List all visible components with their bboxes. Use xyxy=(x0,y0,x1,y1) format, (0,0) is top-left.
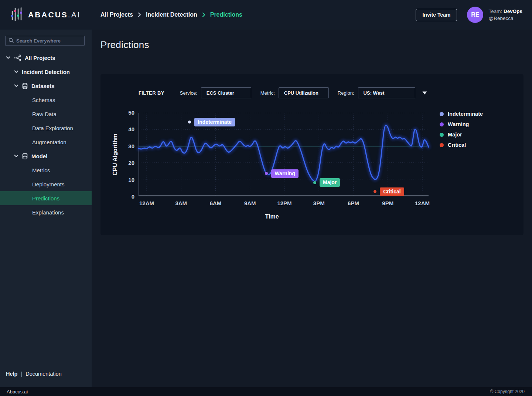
copyright-text: © Copyright 2020 xyxy=(490,389,525,394)
sidebar-footer-links: Help | Documentation xyxy=(6,371,62,377)
filter-by-label: FILTER BY xyxy=(139,90,164,96)
sidebar-item-label: Predictions xyxy=(32,195,59,202)
sidebar-item-label: Raw Data xyxy=(32,111,57,117)
breadcrumb: All Projects Incident Detection Predicti… xyxy=(100,11,242,18)
sidebar-item-label: Metrics xyxy=(32,167,50,173)
sidebar-item-label: Incident Detection xyxy=(22,69,70,75)
y-tick: 10 xyxy=(128,177,134,183)
sidebar-item-model[interactable]: Model xyxy=(0,149,92,163)
legend-label: Indeterminate xyxy=(448,111,483,117)
breadcrumb-item-incident-detection[interactable]: Incident Detection xyxy=(146,11,197,18)
app-footer: Abacus.ai © Copyright 2020 xyxy=(0,387,532,396)
sidebar-item-raw-data[interactable]: Raw Data xyxy=(0,107,92,121)
legend-dot xyxy=(440,133,444,137)
legend-label: Warning xyxy=(448,121,469,127)
sidebar-item-metrics[interactable]: Metrics xyxy=(0,163,92,177)
x-tick: 3PM xyxy=(313,200,325,206)
annotation-indeterminate: Indeterminate xyxy=(188,118,235,126)
region-select[interactable]: US: West xyxy=(358,87,415,98)
warning-marker-dot xyxy=(265,172,268,175)
sidebar-item-label: Schemas xyxy=(32,97,55,103)
x-tick: 3AM xyxy=(175,200,187,206)
search-box xyxy=(5,36,85,46)
chevron-down-icon xyxy=(14,155,18,158)
sidebar-item-label: Augmentation xyxy=(32,139,66,145)
breadcrumb-item-predictions[interactable]: Predictions xyxy=(210,11,242,18)
database-icon xyxy=(22,153,28,159)
metric-select[interactable]: CPU Utilization xyxy=(279,87,329,98)
chevron-right-icon xyxy=(138,12,141,17)
chevron-right-icon xyxy=(202,12,205,17)
search-input[interactable] xyxy=(16,38,81,44)
sidebar-item-predictions[interactable]: Predictions xyxy=(0,191,92,205)
sidebar-item-label: All Projects xyxy=(25,55,55,61)
x-tick: 12AM xyxy=(415,200,430,206)
search-icon xyxy=(8,38,14,44)
y-tick: 0 xyxy=(132,193,134,200)
app-header: ABACUS.AI All Projects Incident Detectio… xyxy=(0,0,532,30)
annotation-warning: Warning xyxy=(265,169,298,178)
sidebar-item-label: Data Exploration xyxy=(32,125,73,131)
indeterminate-marker-dot xyxy=(188,121,191,123)
team-label: Team: xyxy=(488,9,502,14)
critical-marker-dot xyxy=(374,190,376,193)
chart-legend: Indeterminate Warning Major Critical xyxy=(440,111,483,148)
sidebar-item-deployments[interactable]: Deployments xyxy=(0,177,92,191)
predictions-chart-panel: FILTER BY Service: ECS Cluster Metric: C… xyxy=(100,74,524,235)
warning-chip: Warning xyxy=(271,169,298,178)
page-title: Predictions xyxy=(100,39,149,51)
avatar[interactable]: RE xyxy=(467,7,483,23)
help-link[interactable]: Help xyxy=(6,371,17,377)
legend-item-critical[interactable]: Critical xyxy=(440,142,483,148)
breadcrumb-item-all-projects[interactable]: All Projects xyxy=(100,11,133,18)
sidebar-item-augmentation[interactable]: Augmentation xyxy=(0,135,92,149)
service-label: Service: xyxy=(180,90,197,96)
chevron-down-icon xyxy=(14,84,18,87)
sidebar-item-schemas[interactable]: Schemas xyxy=(0,93,92,107)
documentation-link[interactable]: Documentation xyxy=(25,371,62,377)
sidebar-item-explanations[interactable]: Explanations xyxy=(0,205,92,219)
divider: | xyxy=(21,371,22,377)
team-name: DevOps xyxy=(504,9,522,14)
invite-team-button[interactable]: Invite Team xyxy=(416,9,457,21)
header-right: Invite Team RE Team: DevOps @Rebecca xyxy=(416,7,522,23)
footer-brand-link[interactable]: Abacus.ai xyxy=(7,389,28,395)
dropdown-caret-icon[interactable] xyxy=(422,91,427,95)
legend-item-indeterminate[interactable]: Indeterminate xyxy=(440,111,483,117)
x-axis-ticks: 12AM 3AM 6AM 9AM 12PM 3PM 6PM 9PM 12AM xyxy=(139,200,429,207)
major-marker-dot xyxy=(313,181,316,184)
indeterminate-chip: Indeterminate xyxy=(194,118,235,126)
sidebar-item-label: Datasets xyxy=(31,83,55,89)
legend-label: Critical xyxy=(448,142,466,148)
sidebar-item-all-projects[interactable]: All Projects xyxy=(0,51,92,65)
service-select[interactable]: ECS Cluster xyxy=(201,87,251,98)
metric-label: Metric: xyxy=(260,90,275,96)
legend-dot xyxy=(440,143,444,147)
x-tick: 9PM xyxy=(382,200,393,206)
abacus-logo[interactable]: ABACUS.AI xyxy=(10,6,81,24)
legend-dot xyxy=(440,112,444,116)
annotation-major: Major xyxy=(313,178,340,187)
x-tick: 12AM xyxy=(139,200,154,206)
sidebar-item-datasets[interactable]: Datasets xyxy=(0,79,92,93)
y-tick: 20 xyxy=(128,160,134,166)
abacus-logo-text: ABACUS.AI xyxy=(28,10,81,19)
x-tick: 9AM xyxy=(244,200,256,206)
legend-item-major[interactable]: Major xyxy=(440,132,483,138)
team-info: Team: DevOps @Rebecca xyxy=(488,8,522,22)
sidebar-item-data-exploration[interactable]: Data Exploration xyxy=(0,121,92,135)
y-axis-title: CPU Algorithm xyxy=(112,133,119,175)
legend-item-warning[interactable]: Warning xyxy=(440,121,483,127)
sidebar: All Projects Incident Detection Datasets… xyxy=(0,30,92,387)
filter-bar: FILTER BY Service: ECS Cluster Metric: C… xyxy=(139,87,427,98)
x-axis-title: Time xyxy=(265,213,279,220)
y-tick: 30 xyxy=(128,143,134,149)
sidebar-item-incident-detection[interactable]: Incident Detection xyxy=(0,65,92,79)
projects-network-icon xyxy=(14,54,21,61)
sidebar-nav: All Projects Incident Detection Datasets… xyxy=(0,51,92,219)
sidebar-item-label: Explanations xyxy=(32,209,64,216)
abacus-logo-icon xyxy=(10,6,23,24)
y-tick: 50 xyxy=(128,109,134,116)
critical-chip: Critical xyxy=(380,187,404,196)
x-tick: 12PM xyxy=(277,200,291,206)
